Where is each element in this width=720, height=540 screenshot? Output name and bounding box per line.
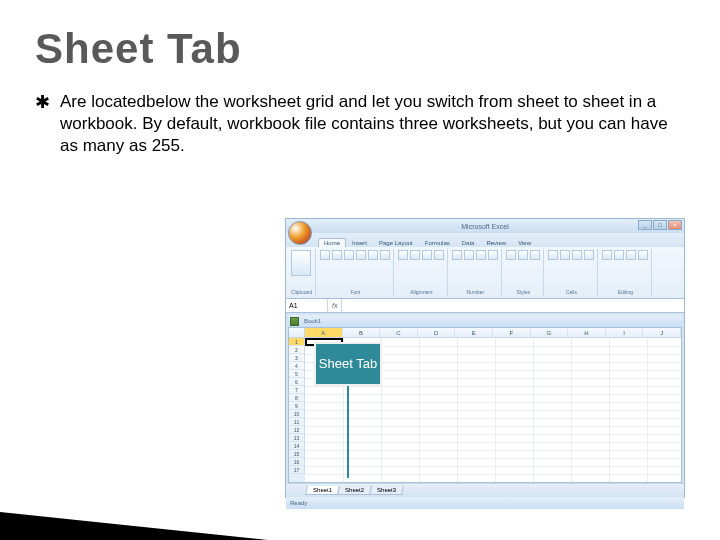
column-header[interactable]: E [455, 328, 493, 337]
row-header[interactable]: 16 [289, 458, 305, 466]
ribbon-icon[interactable] [344, 250, 354, 260]
document-titlebar: Book1 [288, 315, 682, 327]
select-all-corner[interactable] [289, 328, 305, 337]
sheet-tab-sheet1[interactable]: Sheet1 [305, 486, 340, 495]
document-title: Book1 [304, 318, 321, 324]
ribbon-tab-formulas[interactable]: Formulas [419, 238, 456, 247]
column-header[interactable]: J [643, 328, 681, 337]
column-header[interactable]: I [606, 328, 644, 337]
row-header[interactable]: 8 [289, 394, 305, 402]
row-header[interactable]: 11 [289, 418, 305, 426]
ribbon-icon[interactable] [614, 250, 624, 260]
ribbon-group-label: Styles [506, 289, 540, 295]
maximize-button[interactable]: □ [653, 220, 667, 230]
ribbon-icon[interactable] [464, 250, 474, 260]
ribbon-group-alignment: Alignment [395, 249, 448, 296]
row-header[interactable]: 10 [289, 410, 305, 418]
row-header[interactable]: 9 [289, 402, 305, 410]
ribbon-group-number: Number [449, 249, 502, 296]
minimize-button[interactable]: _ [638, 220, 652, 230]
column-header[interactable]: C [380, 328, 418, 337]
ribbon-icon[interactable] [422, 250, 432, 260]
ribbon-icon[interactable] [560, 250, 570, 260]
ribbon-group-label: Clipboard [291, 289, 312, 295]
row-header[interactable]: 4 [289, 362, 305, 370]
ribbon-group-styles: Styles [503, 249, 544, 296]
ribbon-icon[interactable] [602, 250, 612, 260]
column-headers: ABCDEFGHIJ [289, 328, 681, 338]
ribbon-icon[interactable] [626, 250, 636, 260]
callout-connector [347, 386, 349, 478]
column-header[interactable]: A [305, 328, 343, 337]
ribbon-icon[interactable] [398, 250, 408, 260]
bullet-icon: ✱ [35, 93, 50, 111]
row-header[interactable]: 2 [289, 346, 305, 354]
ribbon-icon[interactable] [380, 250, 390, 260]
column-header[interactable]: F [493, 328, 531, 337]
row-header[interactable]: 5 [289, 370, 305, 378]
row-headers: 1234567891011121314151617 [289, 338, 305, 482]
ribbon-icon[interactable] [638, 250, 648, 260]
ribbon-icon[interactable] [452, 250, 462, 260]
ribbon-tab-data[interactable]: Data [456, 238, 481, 247]
callout-label: Sheet Tab [319, 356, 377, 372]
app-titlebar: Microsoft Excel _ □ × [286, 219, 684, 233]
status-bar: Ready [286, 497, 684, 509]
formula-bar: A1 fx [286, 299, 684, 313]
ribbon-group-label: Cells [548, 289, 594, 295]
app-title: Microsoft Excel [461, 223, 508, 230]
ribbon-icon[interactable] [584, 250, 594, 260]
sheet-tabs-bar: Sheet1Sheet2Sheet3 [286, 483, 684, 497]
ribbon-icon[interactable] [476, 250, 486, 260]
row-header[interactable]: 15 [289, 450, 305, 458]
row-header[interactable]: 1 [289, 338, 305, 346]
ribbon-icon[interactable] [368, 250, 378, 260]
ribbon-icon[interactable] [488, 250, 498, 260]
workbook-icon [290, 317, 299, 326]
column-header[interactable]: D [418, 328, 456, 337]
ribbon-icon[interactable] [332, 250, 342, 260]
ribbon-icon[interactable] [530, 250, 540, 260]
ribbon-icon[interactable] [434, 250, 444, 260]
row-header[interactable]: 6 [289, 378, 305, 386]
ribbon-group-label: Alignment [398, 289, 444, 295]
column-header[interactable]: G [531, 328, 569, 337]
column-header[interactable]: H [568, 328, 606, 337]
sheet-tab-sheet3[interactable]: Sheet3 [369, 486, 404, 495]
ribbon-group-cells: Cells [545, 249, 598, 296]
name-box[interactable]: A1 [286, 299, 328, 312]
row-header[interactable]: 13 [289, 434, 305, 442]
row-header[interactable]: 17 [289, 466, 305, 474]
column-header[interactable]: B [343, 328, 381, 337]
ribbon-icon[interactable] [291, 250, 311, 276]
ribbon-icon[interactable] [506, 250, 516, 260]
document-area: Book1 ABCDEFGHIJ 12345678910111213141516… [286, 313, 684, 483]
ribbon-body: ClipboardFontAlignmentNumberStylesCellsE… [286, 247, 684, 299]
ribbon-tab-page-layout[interactable]: Page Layout [373, 238, 419, 247]
ribbon-tab-view[interactable]: View [512, 238, 537, 247]
status-text: Ready [290, 500, 307, 506]
ribbon-icon[interactable] [320, 250, 330, 260]
ribbon-icon[interactable] [356, 250, 366, 260]
ribbon-group-label: Editing [602, 289, 648, 295]
ribbon-group-clipboard: Clipboard [288, 249, 316, 296]
row-header[interactable]: 7 [289, 386, 305, 394]
ribbon-icon[interactable] [410, 250, 420, 260]
row-header[interactable]: 12 [289, 426, 305, 434]
callout-box: Sheet Tab [314, 342, 382, 386]
close-button[interactable]: × [668, 220, 682, 230]
ribbon-group-label: Number [452, 289, 498, 295]
ribbon-tab-review[interactable]: Review [480, 238, 512, 247]
deco-stripe [0, 510, 280, 540]
ribbon-icon[interactable] [518, 250, 528, 260]
ribbon-icon[interactable] [572, 250, 582, 260]
ribbon-icon[interactable] [548, 250, 558, 260]
ribbon-tabs: HomeInsertPage LayoutFormulasDataReviewV… [286, 233, 684, 247]
ribbon-tab-insert[interactable]: Insert [346, 238, 373, 247]
row-header[interactable]: 14 [289, 442, 305, 450]
office-button[interactable] [288, 221, 312, 245]
fx-label[interactable]: fx [328, 299, 342, 312]
row-header[interactable]: 3 [289, 354, 305, 362]
sheet-tab-sheet2[interactable]: Sheet2 [337, 486, 372, 495]
ribbon-tab-home[interactable]: Home [318, 238, 346, 247]
